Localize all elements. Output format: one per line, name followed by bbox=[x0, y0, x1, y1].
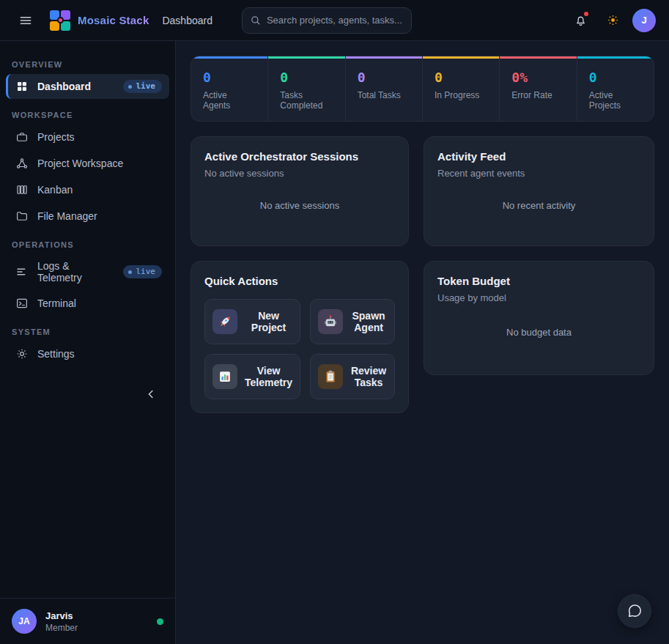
brand-name: Mosaic Stack bbox=[78, 14, 149, 26]
user-name: Jarvis bbox=[45, 610, 78, 621]
stat-total-tasks: 0 Total Tasks bbox=[345, 56, 422, 121]
section-label-overview: OVERVIEW bbox=[12, 60, 163, 69]
top-bar: Mosaic Stack Dashboard J bbox=[0, 0, 669, 41]
log-lines-icon bbox=[15, 265, 29, 278]
sun-icon bbox=[606, 13, 620, 27]
view-telemetry-button[interactable]: View Telemetry bbox=[204, 354, 300, 399]
sidebar-item-label: Logs & Telemetry bbox=[37, 260, 114, 284]
briefcase-icon bbox=[15, 130, 29, 144]
empty-state-text: No budget data bbox=[437, 303, 640, 361]
stat-value: 0 bbox=[589, 70, 642, 85]
stat-accent-bar bbox=[423, 56, 499, 59]
sidebar-item-label: Projects bbox=[37, 131, 75, 143]
stat-accent-bar bbox=[268, 56, 344, 59]
sidebar-user-card[interactable]: JA Jarvis Member bbox=[0, 598, 175, 644]
section-label-workspace: WORKSPACE bbox=[12, 111, 163, 119]
stat-accent-bar bbox=[500, 56, 576, 59]
action-label: View Telemetry bbox=[245, 365, 292, 388]
sidebar-item-label: Kanban bbox=[37, 184, 73, 196]
stat-active-agents: 0 Active Agents bbox=[191, 56, 267, 121]
card-orchestrator-sessions: Active Orchestrator Sessions No active s… bbox=[191, 136, 409, 246]
sidebar: OVERVIEW Dashboard live WORKSPACE Projec… bbox=[0, 41, 176, 644]
sidebar-item-file-manager[interactable]: File Manager bbox=[6, 204, 169, 229]
sidebar-item-dashboard[interactable]: Dashboard live bbox=[6, 74, 169, 99]
page-title: Dashboard bbox=[162, 15, 212, 26]
spawn-agent-button[interactable]: Spawn Agent bbox=[310, 299, 395, 344]
sidebar-item-project-workspace[interactable]: Project Workspace bbox=[6, 151, 169, 176]
card-title: Activity Feed bbox=[437, 150, 640, 163]
online-status-dot bbox=[157, 618, 163, 625]
card-quick-actions: Quick Actions New Project Sp bbox=[191, 261, 409, 413]
search-input[interactable] bbox=[267, 15, 404, 26]
card-subtitle: Usage by model bbox=[437, 292, 640, 303]
sidebar-collapse-button[interactable] bbox=[138, 382, 163, 407]
action-label: Review Tasks bbox=[350, 365, 387, 388]
stat-active-projects: 0 Active Projects bbox=[577, 56, 654, 121]
card-activity-feed: Activity Feed Recent agent events No rec… bbox=[424, 136, 654, 246]
action-label: New Project bbox=[245, 310, 292, 333]
sidebar-item-projects[interactable]: Projects bbox=[6, 125, 169, 149]
chat-fab-button[interactable] bbox=[618, 594, 651, 628]
action-label: Spawn Agent bbox=[350, 310, 387, 333]
stat-error-rate: 0% Error Rate bbox=[499, 56, 576, 121]
robot-icon bbox=[318, 309, 343, 334]
stat-label: In Progress bbox=[435, 90, 487, 100]
section-label-operations: OPERATIONS bbox=[12, 240, 163, 249]
stat-label: Active Agents bbox=[203, 90, 256, 111]
sidebar-item-settings[interactable]: Settings bbox=[6, 341, 169, 366]
sidebar-item-label: Terminal bbox=[37, 297, 76, 309]
main-content: 0 Active Agents 0 Tasks Completed 0 Tota… bbox=[176, 41, 669, 644]
kanban-icon bbox=[15, 183, 29, 196]
bar-chart-icon bbox=[212, 364, 237, 389]
stat-accent-bar bbox=[577, 56, 654, 59]
stat-label: Error Rate bbox=[511, 90, 564, 100]
card-subtitle: Recent agent events bbox=[437, 168, 640, 179]
stat-label: Active Projects bbox=[589, 90, 642, 111]
notifications-button[interactable] bbox=[568, 8, 593, 33]
folder-icon bbox=[15, 210, 29, 223]
user-avatar[interactable]: J bbox=[632, 9, 656, 32]
card-token-budget: Token Budget Usage by model No budget da… bbox=[424, 261, 654, 375]
search-bar[interactable] bbox=[242, 7, 412, 34]
search-icon bbox=[250, 15, 261, 26]
review-tasks-button[interactable]: Review Tasks bbox=[310, 354, 395, 399]
gear-icon bbox=[15, 347, 29, 360]
grid-icon bbox=[15, 80, 29, 93]
user-role: Member bbox=[45, 623, 78, 633]
card-subtitle: No active sessions bbox=[204, 168, 395, 179]
empty-state-text: No active sessions bbox=[204, 179, 395, 232]
mosaic-logo-icon bbox=[50, 10, 70, 31]
section-label-system: SYSTEM bbox=[12, 327, 163, 336]
new-project-button[interactable]: New Project bbox=[204, 299, 300, 344]
sidebar-item-terminal[interactable]: Terminal bbox=[6, 291, 169, 316]
sidebar-item-label: File Manager bbox=[37, 210, 97, 222]
app-window: Mosaic Stack Dashboard J bbox=[0, 0, 669, 644]
empty-state-text: No recent activity bbox=[437, 179, 640, 232]
sidebar-item-logs-telemetry[interactable]: Logs & Telemetry live bbox=[6, 254, 169, 289]
stat-tasks-completed: 0 Tasks Completed bbox=[267, 56, 344, 121]
stat-label: Total Tasks bbox=[358, 90, 410, 100]
stat-value: 0 bbox=[358, 70, 410, 85]
stat-accent-bar bbox=[191, 56, 267, 59]
sidebar-item-kanban[interactable]: Kanban bbox=[6, 177, 169, 202]
stat-accent-bar bbox=[346, 56, 422, 59]
sidebar-item-label: Settings bbox=[37, 348, 75, 360]
theme-toggle-button[interactable] bbox=[600, 8, 625, 33]
nodes-icon bbox=[15, 157, 29, 170]
sidebar-item-label: Dashboard bbox=[37, 81, 91, 92]
stat-value: 0 bbox=[435, 70, 487, 85]
stats-row: 0 Active Agents 0 Tasks Completed 0 Tota… bbox=[191, 56, 654, 122]
card-title: Token Budget bbox=[437, 275, 640, 287]
hamburger-icon bbox=[18, 13, 33, 28]
card-title: Active Orchestrator Sessions bbox=[204, 150, 395, 163]
chat-bubble-icon bbox=[627, 603, 643, 619]
card-title: Quick Actions bbox=[204, 275, 395, 287]
user-avatar-small: JA bbox=[12, 609, 37, 634]
stat-value: 0 bbox=[280, 70, 333, 85]
menu-button[interactable] bbox=[13, 8, 38, 33]
stat-value: 0% bbox=[511, 70, 564, 85]
rocket-icon bbox=[212, 309, 237, 334]
stat-label: Tasks Completed bbox=[280, 90, 333, 111]
clipboard-icon bbox=[318, 364, 343, 389]
stat-value: 0 bbox=[203, 70, 256, 85]
